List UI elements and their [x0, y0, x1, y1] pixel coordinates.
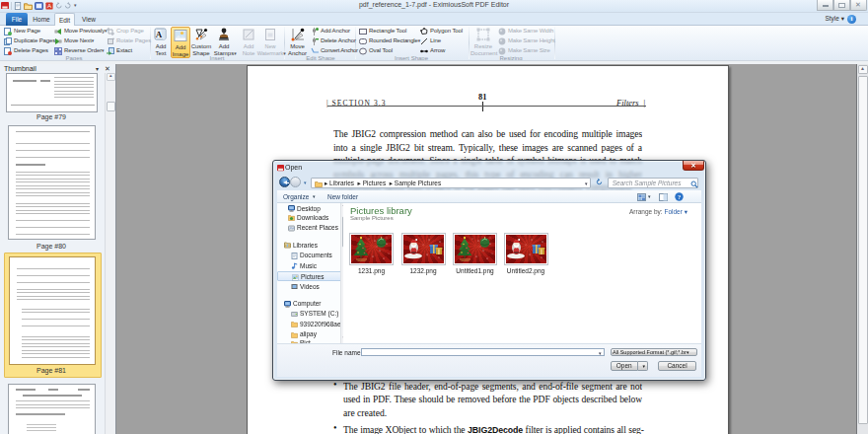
svg-text:A: A	[156, 30, 163, 39]
svg-text:?: ?	[678, 193, 681, 200]
